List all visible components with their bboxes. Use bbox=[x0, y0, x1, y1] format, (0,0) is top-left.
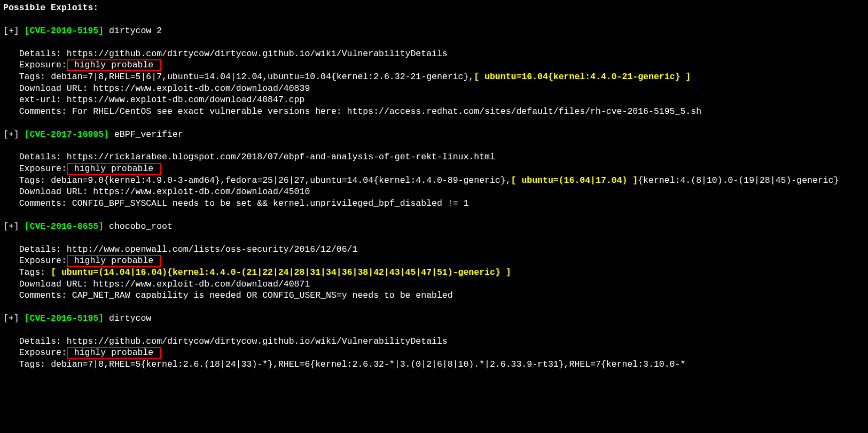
extra-line: Download URL: https://www.exploit-db.com… bbox=[3, 83, 310, 94]
tags-highlight: [ ubuntu=(14.04|16.04){kernel:4.4.0-(21|… bbox=[51, 267, 511, 277]
extra-line: Comments: CAP_NET_RAW capability is need… bbox=[3, 290, 453, 300]
exposure-highlight: highly probable bbox=[67, 347, 161, 359]
exploit-name: eBPF_verifier bbox=[109, 129, 183, 140]
exposure-highlight: highly probable bbox=[67, 255, 161, 267]
tags-pre: Tags: debian=7|8,RHEL=5|6|7,ubuntu=14.04… bbox=[3, 72, 474, 82]
exposure-label: Exposure: bbox=[3, 347, 67, 358]
exploit-name: dirtycow bbox=[104, 313, 151, 323]
exploit-prefix: [+] bbox=[3, 221, 25, 231]
heading-possible-exploits: Possible Exploits: bbox=[3, 3, 98, 13]
cve-id: [CVE-2016-5195] bbox=[25, 313, 104, 323]
cve-id: [CVE-2016-8655] bbox=[25, 221, 104, 231]
exploit-prefix: [+] bbox=[3, 313, 25, 323]
terminal-output: Possible Exploits: [+] [CVE-2016-5195] d… bbox=[0, 0, 868, 384]
tags-pre: Tags: debian=7|8,RHEL=5{kernel:2.6.(18|2… bbox=[3, 359, 685, 369]
tags-highlight: [ ubuntu=(16.04|17.04) ] bbox=[511, 175, 638, 185]
exploit-prefix: [+] bbox=[3, 129, 25, 140]
exposure-label: Exposure: bbox=[3, 256, 67, 266]
extra-line: Comments: For RHEL/CentOS see exact vuln… bbox=[3, 106, 701, 117]
tags-highlight: [ ubuntu=16.04{kernel:4.4.0-21-generic} … bbox=[474, 72, 691, 82]
extra-line: Comments: CONFIG_BPF_SYSCALL needs to be… bbox=[3, 198, 468, 208]
details-line: Details: https://github.com/dirtycow/dir… bbox=[3, 336, 448, 346]
exploit-prefix: [+] bbox=[3, 26, 25, 36]
exposure-highlight: highly probable bbox=[67, 163, 161, 175]
extra-line: Download URL: https://www.exploit-db.com… bbox=[3, 279, 310, 289]
exploit-name: dirtycow 2 bbox=[104, 26, 162, 36]
cve-id: [CVE-2016-5195] bbox=[25, 26, 104, 36]
extra-line: ext-url: https://www.exploit-db.com/down… bbox=[3, 95, 304, 105]
exposure-label: Exposure: bbox=[3, 164, 67, 174]
details-line: Details: https://ricklarabee.blogspot.co… bbox=[3, 152, 495, 162]
tags-post: {kernel:4.(8|10).0-(19|28|45)-generic} bbox=[638, 175, 839, 185]
details-line: Details: http://www.openwall.com/lists/o… bbox=[3, 244, 357, 254]
exploit-name: chocobo_root bbox=[104, 221, 173, 231]
extra-line: Download URL: https://www.exploit-db.com… bbox=[3, 187, 310, 197]
cve-id: [CVE-2017-16995] bbox=[25, 129, 109, 140]
details-line: Details: https://github.com/dirtycow/dir… bbox=[3, 49, 448, 59]
tags-pre: Tags: bbox=[3, 267, 51, 277]
tags-pre: Tags: debian=9.0{kernel:4.9.0-3-amd64},f… bbox=[3, 175, 511, 185]
exposure-highlight: highly probable bbox=[67, 59, 161, 71]
exposure-label: Exposure: bbox=[3, 60, 67, 70]
